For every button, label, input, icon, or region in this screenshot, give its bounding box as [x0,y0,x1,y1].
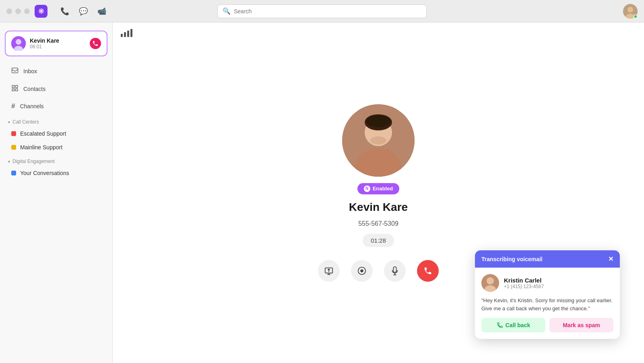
active-call-card[interactable]: Kevin Kare 06:01 [5,31,107,56]
sidebar-item-contacts[interactable]: Contacts [3,80,109,97]
svg-point-24 [361,270,363,272]
notification-caller-info: Kristin Carlel +1 (415) 123-4567 [504,277,544,289]
svg-point-16 [370,136,386,144]
svg-rect-8 [16,85,18,87]
svg-rect-6 [12,68,18,73]
caller-phone: 555-567-5309 [358,220,398,227]
sidebar-item-inbox[interactable]: Inbox [3,63,109,80]
call-time: 06:01 [30,44,86,50]
app-logo: ❋ [35,5,47,18]
svg-point-4 [16,39,21,45]
chevron-down-icon: ▾ [8,120,10,124]
close-dot[interactable] [6,8,12,14]
chevron-down-icon-2: ▾ [8,159,10,164]
mainline-support-label: Mainline Support [20,144,62,151]
maximize-dot[interactable] [24,8,30,14]
notification-caller-phone: +1 (415) 123-4567 [504,284,544,289]
call-timer: 01:28 [363,234,394,247]
caller-name: Kevin Kare [349,201,408,214]
titlebar-icons: 📞 💬 📹 [60,7,106,16]
video-icon[interactable]: 📹 [97,7,106,16]
call-controls [318,260,439,282]
record-button[interactable] [351,260,373,282]
digital-engagement-header[interactable]: ▾ Digital Engagement [0,155,112,167]
notification-close-button[interactable]: ✕ [608,255,613,263]
online-status-dot [634,14,638,19]
app-container: Kevin Kare 06:01 Inbox [0,23,644,363]
window-controls [6,8,30,14]
minimize-dot[interactable] [15,8,21,14]
call-centers-header[interactable]: ▾ Call Centers [0,115,112,127]
search-input[interactable] [234,8,421,14]
svg-point-28 [487,277,494,285]
mainline-dot [11,145,16,150]
user-avatar-container[interactable] [623,4,638,19]
sidebar-item-escalated-support[interactable]: Escalated Support [3,127,109,140]
enabled-label: Enabled [373,186,393,192]
notification-header: Transcribing voicemail ✕ [475,250,620,268]
call-info: Kevin Kare 06:01 [30,37,86,50]
svg-point-18 [366,115,390,127]
enabled-icon: N [364,186,370,192]
conversations-dot [11,171,16,175]
digital-engagement-label: Digital Engagement [12,159,55,164]
signal-bar-4 [130,29,132,37]
call-centers-label: Call Centers [12,119,39,125]
inbox-label: Inbox [23,68,37,74]
contacts-label: Contacts [23,86,45,92]
mute-button[interactable] [384,260,406,282]
signal-bar-2 [124,32,126,37]
mark-spam-button[interactable]: Mark as spam [549,318,613,332]
callback-label: Call back [506,322,530,328]
channels-icon: # [11,102,15,110]
notification-actions: Call back Mark as spam [481,318,613,332]
end-call-button[interactable] [90,38,101,49]
enabled-badge: N Enabled [357,183,400,194]
caller-photo [342,104,415,177]
sidebar-item-mainline-support[interactable]: Mainline Support [3,141,109,154]
svg-point-1 [627,7,633,12]
channels-label: Channels [20,103,43,109]
notification-title: Transcribing voicemail [481,256,543,262]
svg-rect-9 [12,89,14,91]
notification-body: Kristin Carlel +1 (415) 123-4567 "Hey Ke… [475,268,620,339]
escalated-support-label: Escalated Support [20,130,66,137]
notification-avatar [481,274,499,292]
signal-bar-3 [127,31,129,37]
escalated-dot [11,131,16,136]
sidebar-item-channels[interactable]: # Channels [3,98,109,114]
chat-icon[interactable]: 💬 [79,7,88,16]
svg-rect-10 [16,89,18,91]
notification-panel: Transcribing voicemail ✕ Kristin Carlel … [475,250,620,339]
phone-icon[interactable]: 📞 [60,7,69,16]
signal-bars [121,29,132,37]
contacts-icon [11,85,19,93]
notification-caller: Kristin Carlel +1 (415) 123-4567 [481,274,613,292]
notification-message: "Hey Kevin, it's Kristin. Sorry for miss… [481,297,613,312]
main-content: N Enabled Kevin Kare 555-567-5309 01:28 [113,23,644,363]
signal-bar-1 [121,34,123,37]
titlebar: ❋ 📞 💬 📹 🔍 [0,0,644,23]
screen-share-button[interactable] [318,260,340,282]
svg-rect-7 [12,85,14,87]
end-call-button-main[interactable] [417,260,439,282]
notification-caller-name: Kristin Carlel [504,277,544,284]
sidebar-item-your-conversations[interactable]: Your Conversations [3,167,109,179]
inbox-icon [11,67,19,76]
call-name: Kevin Kare [30,37,86,44]
search-bar[interactable]: 🔍 [217,4,427,18]
mark-spam-label: Mark as spam [563,322,600,328]
callback-button[interactable]: Call back [481,318,545,332]
caller-profile: N Enabled Kevin Kare 555-567-5309 01:28 [318,104,439,282]
search-icon: 🔍 [223,7,231,15]
sidebar: Kevin Kare 06:01 Inbox [0,23,113,363]
call-avatar [11,36,26,51]
your-conversations-label: Your Conversations [20,170,69,176]
